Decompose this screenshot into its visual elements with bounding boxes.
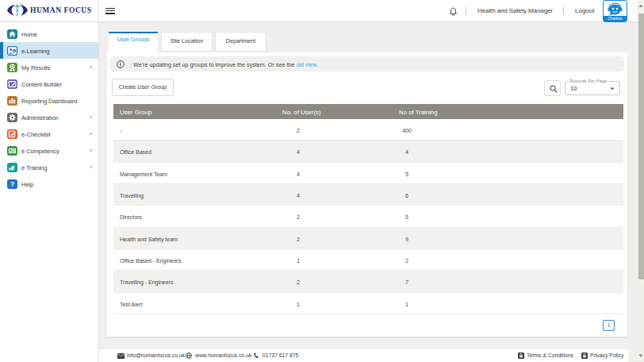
svg-text:?: ? <box>10 180 15 188</box>
